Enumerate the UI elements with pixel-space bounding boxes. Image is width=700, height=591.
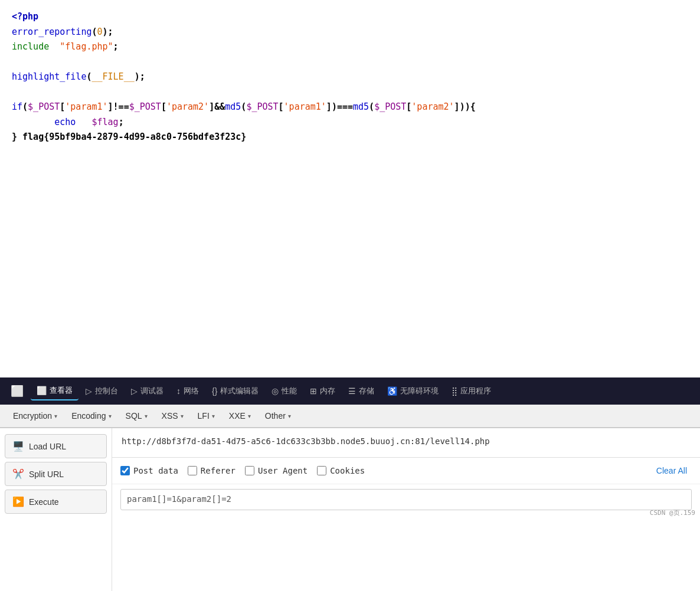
inspector-icon: ⬜	[37, 386, 47, 395]
code-line: error_reporting(0);	[12, 25, 688, 40]
dropdown-arrow-encryption: ▾	[54, 413, 57, 419]
toolbar-btn-encoding[interactable]: Encoding▾	[66, 408, 117, 423]
execute-icon: ▶️	[12, 496, 24, 507]
user-agent-checkbox[interactable]	[245, 466, 254, 475]
toolbar-btn-sql[interactable]: SQL▾	[120, 408, 153, 423]
devtools-label-console: 控制台	[95, 386, 118, 396]
url-display[interactable]: http://d8bf3f7d-da51-4d75-a5c6-1dc633c3b…	[112, 428, 700, 458]
toolbar-label-xxe: XXE	[229, 411, 246, 421]
storage-icon: ☰	[348, 386, 356, 396]
load-url-label: Load URL	[29, 442, 66, 451]
toolbar-label-encoding: Encoding	[71, 411, 106, 421]
cookies-checkbox[interactable]	[317, 466, 326, 475]
bottom-panel: 🖥️ Load URL ✂️ Split URL ▶️ Execute http…	[0, 428, 700, 591]
post-data-checkbox[interactable]	[120, 466, 130, 475]
split-url-button[interactable]: ✂️ Split URL	[5, 462, 107, 486]
post-data-input[interactable]: param1[]=1&param2[]=2	[120, 489, 692, 510]
clear-all-button[interactable]: Clear All	[652, 464, 692, 478]
devtools-label-accessibility: 无障碍环境	[400, 386, 439, 396]
toolbar-btn-xxe[interactable]: XXE▾	[223, 408, 257, 423]
code-line: } flag{95bf9ba4-2879-4d99-a8c0-756bdfe3f…	[12, 130, 688, 145]
toolbar-btn-other[interactable]: Other▾	[259, 408, 297, 423]
devtools-label-storage: 存储	[359, 386, 374, 396]
devtools-label-apps: 应用程序	[460, 386, 491, 396]
devtools-label-debugger: 调试器	[140, 386, 163, 396]
code-line: highlight_file(__FILE__);	[12, 70, 688, 85]
devtools-item-accessibility[interactable]: ♿无障碍环境	[381, 382, 444, 400]
cookies-option[interactable]: Cookies	[317, 466, 365, 475]
style-editor-icon: {}	[212, 386, 217, 396]
devtools-item-performance[interactable]: ◎性能	[266, 382, 303, 400]
toolbar-label-other: Other	[265, 411, 286, 421]
left-panel: 🖥️ Load URL ✂️ Split URL ▶️ Execute	[0, 428, 112, 591]
toolbar-btn-lfi[interactable]: LFI▾	[192, 408, 221, 423]
debugger-icon: ▷	[131, 386, 138, 396]
dropdown-arrow-other: ▾	[288, 413, 291, 419]
execute-button[interactable]: ▶️ Execute	[5, 490, 107, 514]
code-line	[12, 55, 688, 70]
code-line: <?php	[12, 9, 688, 25]
devtools-item-debugger[interactable]: ▷调试器	[125, 382, 169, 400]
referer-checkbox[interactable]	[188, 466, 197, 475]
devtools-item-console[interactable]: ▷控制台	[80, 382, 124, 400]
code-display: <?phperror_reporting(0);include "flag.ph…	[0, 0, 700, 377]
dropdown-arrow-encoding: ▾	[109, 413, 112, 419]
load-url-button[interactable]: 🖥️ Load URL	[5, 434, 107, 458]
toolbar-label-encryption: Encryption	[13, 411, 52, 421]
code-line: echo $flag;	[12, 115, 688, 130]
csdn-watermark: CSDN @页.159	[650, 508, 695, 517]
post-data-option[interactable]: Post data	[120, 466, 178, 475]
devtools-bar: ⬜ ⬜查看器▷控制台▷调试器↕网络{}样式编辑器◎性能⊞内存☰存储♿无障碍环境⣿…	[0, 377, 700, 405]
options-bar: Post data Referer User Agent Cookies Cle…	[112, 458, 700, 484]
devtools-item-storage[interactable]: ☰存储	[342, 382, 380, 400]
toolbar-label-sql: SQL	[126, 411, 142, 421]
toolbar-btn-xss[interactable]: XSS▾	[156, 408, 189, 423]
user-agent-option[interactable]: User Agent	[245, 466, 308, 475]
toolbar-label-lfi: LFI	[198, 411, 210, 421]
apps-icon: ⣿	[452, 386, 457, 396]
split-url-label: Split URL	[29, 469, 64, 479]
devtools-label-memory: 内存	[320, 386, 335, 396]
dropdown-arrow-xxe: ▾	[248, 413, 251, 419]
referer-label: Referer	[201, 466, 235, 475]
accessibility-icon: ♿	[387, 386, 397, 396]
referer-option[interactable]: Referer	[188, 466, 235, 475]
dropdown-arrow-sql: ▾	[145, 413, 148, 419]
toolbar-btn-encryption[interactable]: Encryption▾	[7, 408, 63, 423]
code-line: include "flag.php";	[12, 40, 688, 55]
cookies-label: Cookies	[330, 466, 365, 475]
devtools-item-memory[interactable]: ⊞内存	[304, 382, 341, 400]
code-line: if($_POST['param1']!==$_POST['param2']&&…	[12, 100, 688, 115]
devtools-label-inspector: 查看器	[50, 385, 73, 396]
toolbar-label-xss: XSS	[162, 411, 178, 421]
network-icon: ↕	[176, 386, 181, 396]
load-url-icon: 🖥️	[12, 441, 24, 452]
devtools-toggle[interactable]: ⬜	[5, 381, 30, 401]
devtools-item-inspector[interactable]: ⬜查看器	[31, 382, 78, 400]
devtools-label-style-editor: 样式编辑器	[220, 386, 259, 396]
user-agent-label: User Agent	[258, 466, 308, 475]
console-icon: ▷	[86, 386, 92, 396]
dropdown-arrow-lfi: ▾	[212, 413, 215, 419]
devtools-label-performance: 性能	[282, 386, 297, 396]
performance-icon: ◎	[272, 386, 279, 396]
devtools-item-apps[interactable]: ⣿应用程序	[446, 382, 497, 400]
dropdown-arrow-xss: ▾	[181, 413, 184, 419]
right-panel: http://d8bf3f7d-da51-4d75-a5c6-1dc633c3b…	[112, 428, 700, 591]
post-data-label: Post data	[133, 466, 178, 475]
devtools-item-style-editor[interactable]: {}样式编辑器	[206, 382, 264, 400]
devtools-label-network: 网络	[184, 386, 199, 396]
toolbar: Encryption▾Encoding▾SQL▾XSS▾LFI▾XXE▾Othe…	[0, 405, 700, 428]
memory-icon: ⊞	[310, 386, 317, 396]
code-line	[12, 85, 688, 100]
devtools-item-network[interactable]: ↕网络	[171, 382, 205, 400]
execute-label: Execute	[29, 497, 59, 507]
split-url-icon: ✂️	[12, 468, 24, 480]
